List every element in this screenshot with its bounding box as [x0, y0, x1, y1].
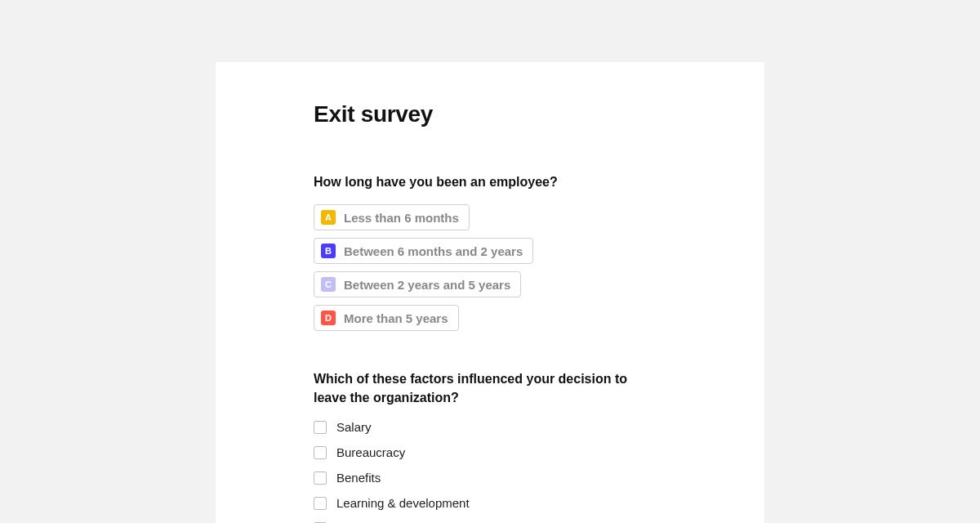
check-salary[interactable]: Salary	[314, 420, 666, 434]
check-learning[interactable]: Learning & development	[314, 496, 666, 510]
question-2-options: Salary Bureaucracy Benefits Learning & d…	[314, 420, 666, 523]
option-c[interactable]: C Between 2 years and 5 years	[314, 271, 521, 297]
check-label: Learning & development	[336, 496, 470, 510]
option-text-d: More than 5 years	[344, 311, 448, 325]
checkbox-icon	[314, 497, 327, 510]
option-key-d: D	[321, 311, 336, 325]
check-label: Benefits	[336, 471, 381, 485]
option-key-a: A	[321, 210, 336, 225]
option-key-c: C	[321, 277, 336, 292]
question-1-options: A Less than 6 months B Between 6 months …	[314, 204, 666, 331]
check-bureaucracy[interactable]: Bureaucracy	[314, 445, 666, 459]
check-label: Bureaucracy	[336, 445, 405, 459]
option-d[interactable]: D More than 5 years	[314, 305, 459, 331]
checkbox-icon	[314, 421, 327, 434]
check-label: Salary	[336, 420, 372, 434]
option-text-a: Less than 6 months	[344, 211, 459, 225]
check-benefits[interactable]: Benefits	[314, 471, 666, 485]
question-2-label: Which of these factors influenced your d…	[314, 370, 640, 407]
option-text-b: Between 6 months and 2 years	[344, 244, 523, 258]
page-title: Exit survey	[314, 101, 666, 127]
checkbox-icon	[314, 472, 327, 485]
option-b[interactable]: B Between 6 months and 2 years	[314, 238, 533, 264]
option-a[interactable]: A Less than 6 months	[314, 204, 470, 230]
option-key-b: B	[321, 244, 336, 258]
survey-card: Exit survey How long have you been an em…	[216, 62, 764, 523]
question-1-label: How long have you been an employee?	[314, 173, 640, 191]
checkbox-icon	[314, 446, 327, 459]
option-text-c: Between 2 years and 5 years	[344, 278, 510, 292]
